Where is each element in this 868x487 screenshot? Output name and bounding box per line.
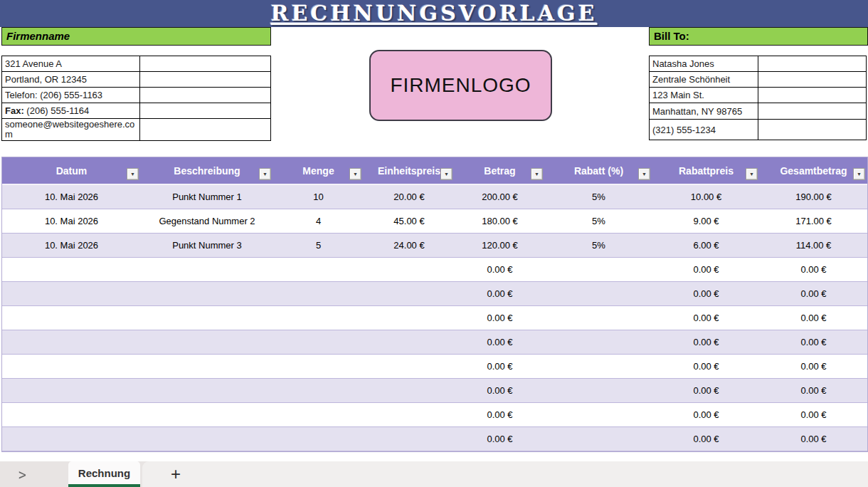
info-cell[interactable]: Natasha Jones [650, 56, 758, 72]
filter-dropdown-button[interactable]: ▼ [853, 168, 865, 180]
info-cell-blank[interactable] [758, 88, 867, 103]
table-cell[interactable]: 0.00 € [760, 305, 867, 330]
table-cell[interactable] [2, 354, 141, 378]
info-cell[interactable]: Manhattan, NY 98765 [650, 103, 758, 120]
table-cell[interactable]: 0.00 € [652, 354, 760, 378]
table-cell[interactable] [2, 281, 141, 305]
table-cell[interactable] [545, 402, 652, 426]
table-cell[interactable] [141, 354, 273, 378]
table-cell[interactable] [364, 305, 455, 330]
table-cell[interactable] [545, 330, 652, 354]
info-cell[interactable]: 321 Avenue A [2, 56, 140, 72]
filter-dropdown-button[interactable]: ▼ [127, 168, 139, 180]
table-cell[interactable] [364, 402, 455, 426]
table-cell[interactable] [364, 426, 455, 451]
table-cell[interactable] [364, 378, 455, 402]
sheet-tab-rechnung[interactable]: Rechnung [68, 461, 140, 487]
info-cell-blank[interactable] [140, 119, 271, 141]
info-cell[interactable]: Telefon: (206) 555-1163 [2, 88, 140, 103]
table-cell[interactable] [545, 305, 652, 330]
table-cell[interactable]: 0.00 € [455, 426, 545, 451]
sheet-nav-button[interactable]: > [0, 461, 68, 487]
table-cell[interactable]: Punkt Nummer 3 [141, 233, 273, 257]
table-cell[interactable]: 114.00 € [760, 233, 867, 257]
info-cell[interactable]: 123 Main St. [650, 88, 758, 103]
table-cell[interactable] [2, 305, 141, 330]
table-cell[interactable]: 10.00 € [652, 184, 760, 209]
table-cell[interactable]: 0.00 € [760, 378, 867, 402]
table-cell[interactable] [545, 426, 652, 451]
table-cell[interactable] [141, 330, 273, 354]
table-cell[interactable] [141, 426, 273, 451]
table-cell[interactable]: 6.00 € [652, 233, 760, 257]
table-cell[interactable] [273, 402, 364, 426]
table-cell[interactable]: 5% [545, 233, 652, 257]
info-cell[interactable]: someone@websitegoeshere.com [2, 119, 140, 141]
table-cell[interactable] [273, 354, 364, 378]
table-cell[interactable]: Gegenstand Nummer 2 [141, 209, 273, 233]
bill-to-header[interactable]: Bill To: [649, 27, 868, 46]
table-cell[interactable] [2, 257, 141, 281]
table-cell[interactable] [2, 426, 141, 451]
table-cell[interactable]: 200.00 € [455, 184, 545, 209]
table-cell[interactable]: 0.00 € [760, 330, 867, 354]
table-cell[interactable] [273, 426, 364, 451]
add-sheet-button[interactable]: + [171, 466, 181, 483]
table-cell[interactable]: 24.00 € [364, 233, 455, 257]
filter-dropdown-button[interactable]: ▼ [440, 168, 452, 180]
company-logo-shape[interactable]: FIRMENLOGO [369, 50, 552, 121]
filter-dropdown-button[interactable]: ▼ [531, 168, 543, 180]
table-cell[interactable] [141, 257, 273, 281]
table-cell[interactable]: 0.00 € [760, 426, 867, 451]
table-cell[interactable]: 0.00 € [652, 305, 760, 330]
table-cell[interactable]: 0.00 € [455, 378, 545, 402]
table-cell[interactable] [141, 402, 273, 426]
table-cell[interactable]: 120.00 € [455, 233, 545, 257]
table-cell[interactable]: 5% [545, 209, 652, 233]
table-cell[interactable] [141, 378, 273, 402]
table-cell[interactable] [545, 354, 652, 378]
table-cell[interactable] [273, 305, 364, 330]
table-cell[interactable] [141, 281, 273, 305]
table-cell[interactable]: 5 [273, 233, 364, 257]
table-cell[interactable]: 171.00 € [760, 209, 867, 233]
table-cell[interactable]: 0.00 € [455, 402, 545, 426]
table-cell[interactable]: 9.00 € [652, 209, 760, 233]
table-cell[interactable]: 0.00 € [760, 402, 867, 426]
filter-dropdown-button[interactable]: ▼ [638, 168, 650, 180]
table-cell[interactable]: 0.00 € [455, 281, 545, 305]
table-cell[interactable]: Punkt Nummer 1 [141, 184, 273, 209]
table-cell[interactable]: 0.00 € [455, 330, 545, 354]
table-cell[interactable] [364, 257, 455, 281]
table-cell[interactable]: 0.00 € [455, 354, 545, 378]
table-cell[interactable] [141, 305, 273, 330]
table-cell[interactable] [364, 281, 455, 305]
filter-dropdown-button[interactable]: ▼ [746, 168, 758, 180]
info-cell[interactable]: (321) 555-1234 [650, 120, 758, 140]
table-cell[interactable]: 0.00 € [652, 402, 760, 426]
table-cell[interactable] [273, 378, 364, 402]
company-name-header[interactable]: Firmenname [1, 27, 271, 46]
table-cell[interactable] [273, 330, 364, 354]
table-cell[interactable] [2, 330, 141, 354]
filter-dropdown-button[interactable]: ▼ [349, 168, 361, 180]
info-cell-blank[interactable] [140, 56, 271, 72]
info-cell[interactable]: Fax: (206) 555-1164 [2, 103, 140, 119]
info-cell-blank[interactable] [758, 103, 867, 120]
table-cell[interactable] [545, 281, 652, 305]
table-cell[interactable] [273, 257, 364, 281]
table-cell[interactable]: 20.00 € [364, 184, 455, 209]
table-cell[interactable] [545, 378, 652, 402]
table-cell[interactable]: 0.00 € [455, 257, 545, 281]
table-cell[interactable]: 0.00 € [652, 281, 760, 305]
info-cell-blank[interactable] [758, 56, 867, 72]
info-cell-blank[interactable] [140, 88, 271, 103]
table-cell[interactable]: 0.00 € [455, 305, 545, 330]
info-cell-blank[interactable] [758, 120, 867, 140]
table-cell[interactable] [545, 257, 652, 281]
info-cell-blank[interactable] [758, 72, 867, 88]
table-cell[interactable]: 10. Mai 2026 [2, 184, 141, 209]
table-cell[interactable]: 45.00 € [364, 209, 455, 233]
info-cell-blank[interactable] [140, 72, 271, 88]
table-cell[interactable] [2, 378, 141, 402]
